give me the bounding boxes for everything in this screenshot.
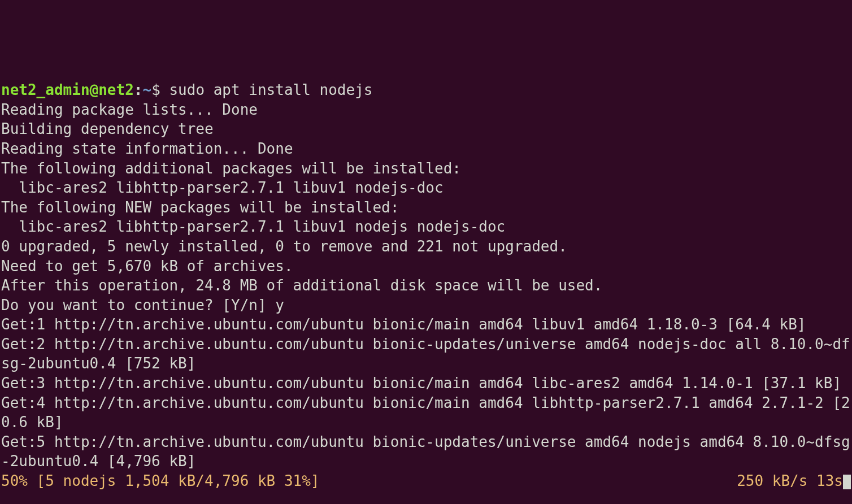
output-line: After this operation, 24.8 MB of additio… <box>1 276 851 296</box>
output-line: Get:1 http://tn.archive.ubuntu.com/ubunt… <box>1 315 851 334</box>
output-line: 0 upgraded, 5 newly installed, 0 to remo… <box>1 237 851 257</box>
output-line: Reading state information... Done <box>1 139 851 159</box>
output-line: The following additional packages will b… <box>1 159 851 179</box>
progress-speed-eta: 250 kB/s 13s <box>737 472 843 489</box>
output-line: Get:4 http://tn.archive.ubuntu.com/ubunt… <box>1 393 851 432</box>
output-line: libc-ares2 libhttp-parser2.7.1 libuv1 no… <box>1 178 851 198</box>
output-line: Get:2 http://tn.archive.ubuntu.com/ubunt… <box>1 334 851 373</box>
cursor <box>843 475 851 489</box>
progress-left: 50% [5 nodejs 1,504 kB/4,796 kB 31%] <box>1 471 320 491</box>
prompt-separator: : <box>134 81 143 98</box>
terminal-output[interactable]: net2_admin@net2:~$ sudo apt install node… <box>1 80 851 490</box>
progress-bar-line: 50% [5 nodejs 1,504 kB/4,796 kB 31%]250 … <box>1 471 851 491</box>
prompt-symbol: $ <box>151 81 169 98</box>
prompt-path: ~ <box>142 81 151 98</box>
output-line: Reading package lists... Done <box>1 100 851 120</box>
output-line: Get:5 http://tn.archive.ubuntu.com/ubunt… <box>1 432 851 471</box>
output-line: libc-ares2 libhttp-parser2.7.1 libuv1 no… <box>1 217 851 237</box>
output-line: Do you want to continue? [Y/n] y <box>1 296 851 315</box>
output-line: Get:3 http://tn.archive.ubuntu.com/ubunt… <box>1 373 851 393</box>
output-line: Need to get 5,670 kB of archives. <box>1 257 851 276</box>
prompt-user-host: net2_admin@net2 <box>1 81 134 98</box>
output-line: Building dependency tree <box>1 119 851 139</box>
prompt-line: net2_admin@net2:~$ sudo apt install node… <box>1 80 851 100</box>
progress-right: 250 kB/s 13s <box>737 471 851 491</box>
output-line: The following NEW packages will be insta… <box>1 198 851 218</box>
command-text: sudo apt install nodejs <box>169 81 372 98</box>
